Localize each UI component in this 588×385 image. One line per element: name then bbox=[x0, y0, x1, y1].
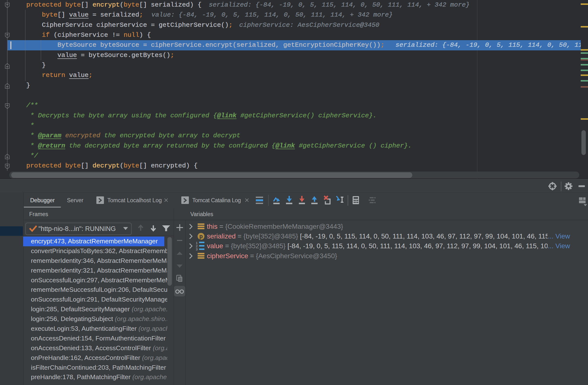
svg-text:p: p bbox=[199, 233, 203, 239]
svg-text:3: 3 bbox=[196, 248, 198, 251]
